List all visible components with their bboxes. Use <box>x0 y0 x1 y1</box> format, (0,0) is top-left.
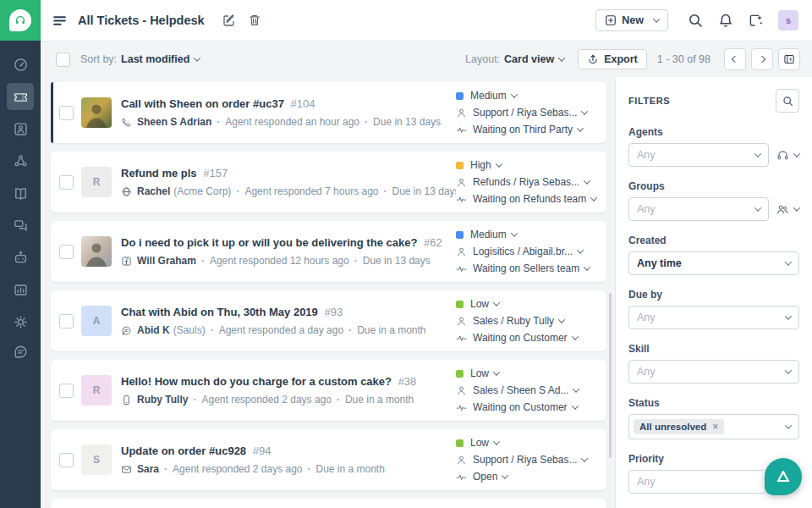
contact-avatar: R <box>81 375 112 406</box>
edit-view-button[interactable] <box>222 14 236 27</box>
priority-label: Low <box>470 436 489 450</box>
filter-selected-value: Any time <box>637 257 682 269</box>
user-avatar[interactable]: s <box>778 10 798 30</box>
ticket-card[interactable]: Call with Sheen on order #uc37 #104 Shee… <box>51 82 606 143</box>
ticket-checkbox[interactable] <box>59 175 74 190</box>
priority-label: High <box>470 158 491 172</box>
filter-placeholder: Any <box>637 366 656 378</box>
filter-select[interactable]: Any Any × <box>628 197 769 221</box>
next-page-button[interactable] <box>751 48 773 70</box>
priority-dropdown[interactable]: Medium <box>456 228 601 241</box>
filter-select[interactable]: All unresolved× <box>628 414 799 439</box>
nav-solutions[interactable] <box>7 179 34 207</box>
priority-dropdown[interactable]: Low <box>456 367 601 380</box>
status-dropdown[interactable]: Open <box>456 470 601 483</box>
nav-bots[interactable] <box>7 244 34 271</box>
group-agent-label: Logisitics / Abigail.br... <box>473 245 573 258</box>
assignee-dropdown[interactable]: Logisitics / Abigail.br... <box>456 245 601 258</box>
ticket-card[interactable]: R Refund me pls #157 Rachel (Acme Corp) … <box>51 152 606 213</box>
filter-select[interactable]: Any Any × <box>628 306 799 329</box>
responded-text: Agent responded an hour ago <box>211 116 359 128</box>
ticket-checkbox[interactable] <box>59 245 74 259</box>
status-dropdown[interactable]: Waiting on Customer <box>456 331 601 345</box>
search-icon[interactable] <box>688 13 703 28</box>
person-icon <box>456 177 467 188</box>
chevron-down-icon <box>785 312 792 319</box>
nav-forums[interactable] <box>7 212 34 239</box>
layout-dropdown[interactable]: Card view <box>504 53 564 65</box>
nav-help-widget[interactable] <box>7 338 34 365</box>
delete-view-button[interactable] <box>248 14 261 27</box>
assignee-dropdown[interactable]: Refunds / Riya Sebas... <box>456 175 601 189</box>
assignee-dropdown[interactable]: Sales / Ruby Tully <box>456 314 601 328</box>
contact-avatar: A <box>81 306 112 336</box>
nav-tickets[interactable] <box>7 83 34 110</box>
status-pulse-icon <box>456 472 467 483</box>
people-icon[interactable] <box>776 203 799 216</box>
assignee-dropdown[interactable]: Sales / Sheen S Ad... <box>456 384 601 397</box>
ticket-checkbox[interactable] <box>59 384 74 398</box>
status-dropdown[interactable]: Waiting on Third Party <box>456 123 601 136</box>
prev-page-button[interactable] <box>724 48 746 70</box>
person-icon <box>456 316 467 327</box>
trash-icon <box>248 14 261 27</box>
freshdesk-logo[interactable] <box>0 0 41 41</box>
priority-dropdown[interactable]: Medium <box>456 89 601 102</box>
filter-select[interactable]: Any Any × <box>628 143 769 167</box>
freshworks-fab[interactable] <box>765 458 802 495</box>
new-button-label: New <box>622 14 644 26</box>
chevron-down-icon <box>793 204 800 211</box>
nav-dashboard[interactable] <box>7 51 34 78</box>
collapse-panel-button[interactable] <box>778 48 800 70</box>
notifications-bell-icon[interactable] <box>718 13 733 28</box>
filter-search-button[interactable] <box>776 89 799 113</box>
priority-dropdown[interactable]: High <box>456 158 601 172</box>
sort-dropdown[interactable]: Last modified <box>121 53 200 65</box>
filter-label: Due by <box>628 289 799 301</box>
due-text: Due in 13 days <box>349 255 431 267</box>
ticket-card[interactable]: Do i need to pick it up or will you be d… <box>51 221 606 282</box>
chevron-down-icon <box>793 150 800 157</box>
headset-icon[interactable] <box>776 149 799 162</box>
chevron-down-icon <box>754 204 761 211</box>
export-button[interactable]: Export <box>578 49 647 69</box>
status-dropdown[interactable]: Waiting on Sellers team <box>456 262 601 275</box>
assignee-dropdown[interactable]: Support / Riya Sebas... <box>456 106 601 119</box>
pagination-count: 1 - 30 of 98 <box>657 53 710 65</box>
ticket-card[interactable]: R Hello! How much do you charge for a cu… <box>51 360 606 421</box>
new-ticket-button[interactable]: New <box>595 9 668 31</box>
responded-text: Agent responded a day ago <box>206 324 343 336</box>
status-pulse-icon <box>456 124 467 135</box>
nav-analytics[interactable] <box>7 276 34 303</box>
priority-dot <box>456 301 464 308</box>
nav-social[interactable] <box>7 147 34 174</box>
list-scrollbar[interactable] <box>609 293 612 458</box>
whats-new-sparkle-icon[interactable] <box>749 13 764 28</box>
focus-indicator <box>51 82 53 143</box>
filter-label: Status <box>628 397 799 409</box>
remove-tag-icon[interactable]: × <box>712 422 718 431</box>
status-label: Waiting on Refunds team <box>473 192 586 206</box>
nav-admin[interactable] <box>7 308 34 335</box>
ticket-card[interactable]: A Chat with Abid on Thu, 30th May 2019 #… <box>51 290 606 351</box>
select-all-checkbox[interactable] <box>56 52 70 67</box>
ticket-checkbox[interactable] <box>59 314 74 329</box>
search-icon <box>782 96 793 107</box>
chevron-down-icon <box>495 160 502 167</box>
chevron-down-icon <box>510 229 517 236</box>
status-dropdown[interactable]: Waiting on Customer <box>456 400 601 414</box>
person-icon <box>456 108 467 119</box>
ticket-card[interactable]: S Update on order #uc928 #94 Sara Agent … <box>51 429 606 490</box>
ticket-checkbox[interactable] <box>59 453 74 467</box>
headset-logo-icon <box>9 9 31 31</box>
assignee-dropdown[interactable]: Support / Riya Sebas... <box>456 453 601 467</box>
nav-contacts[interactable] <box>7 115 34 142</box>
priority-dropdown[interactable]: Low <box>456 297 601 311</box>
menu-icon[interactable] <box>52 14 67 28</box>
filter-select[interactable]: Any Any × <box>628 360 799 384</box>
phone-icon <box>121 117 132 128</box>
priority-dropdown[interactable]: Low <box>456 436 601 450</box>
ticket-checkbox[interactable] <box>59 106 74 120</box>
status-dropdown[interactable]: Waiting on Refunds team <box>456 192 601 206</box>
filter-select[interactable]: Any time Any time × <box>628 251 799 275</box>
